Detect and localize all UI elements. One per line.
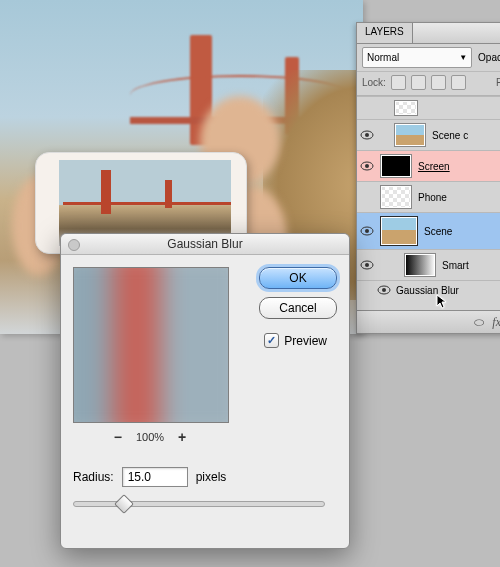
close-icon[interactable]	[68, 239, 80, 251]
svg-point-7	[365, 263, 369, 267]
layer-name: Screen	[418, 161, 450, 172]
lock-all-icon[interactable]	[451, 75, 466, 90]
dialog-title: Gaussian Blur	[167, 237, 242, 251]
fx-icon[interactable]: fx	[492, 315, 500, 330]
zoom-value: 100%	[136, 431, 164, 443]
lock-label: Lock:	[362, 77, 386, 88]
slider-knob[interactable]	[114, 494, 134, 514]
layer-name: Scene	[424, 226, 452, 237]
zoom-out-button[interactable]: −	[114, 429, 122, 445]
blend-mode-value: Normal	[367, 52, 399, 63]
lock-transparency-icon[interactable]	[391, 75, 406, 90]
chevron-down-icon: ▼	[459, 53, 467, 62]
layer-scene[interactable]: Scene	[357, 213, 500, 250]
filter-entry-gaussian-blur[interactable]: Gaussian Blur	[357, 281, 500, 301]
zoom-in-button[interactable]: +	[178, 429, 186, 445]
layer-name: Smart	[442, 260, 469, 271]
layers-tab[interactable]: LAYERS	[357, 23, 413, 43]
svg-point-1	[365, 133, 369, 137]
visibility-icon[interactable]	[377, 283, 391, 297]
radius-units: pixels	[196, 470, 227, 484]
dialog-titlebar[interactable]: Gaussian Blur	[61, 234, 349, 255]
radius-label: Radius:	[73, 470, 114, 484]
visibility-icon[interactable]	[360, 159, 374, 173]
fill-label: F	[496, 77, 500, 88]
lock-paint-icon[interactable]	[411, 75, 426, 90]
cancel-button[interactable]: Cancel	[259, 297, 337, 319]
visibility-icon[interactable]	[360, 258, 374, 272]
gaussian-blur-dialog[interactable]: Gaussian Blur − 100% + OK Cancel ✓ Previ…	[60, 233, 350, 549]
layer-name: Phone	[418, 192, 447, 203]
svg-point-3	[365, 164, 369, 168]
radius-slider[interactable]	[73, 493, 325, 511]
ok-button[interactable]: OK	[259, 267, 337, 289]
cursor-pointer-icon	[436, 294, 452, 310]
svg-point-5	[365, 229, 369, 233]
layer-screen[interactable]: Screen	[357, 151, 500, 182]
layer-name: Scene c	[432, 130, 468, 141]
preview-thumbnail[interactable]	[73, 267, 229, 423]
layers-panel-footer: ⬭ fx	[357, 310, 500, 333]
link-icon[interactable]: ⬭	[474, 315, 484, 329]
check-icon: ✓	[264, 333, 279, 348]
preview-checkbox[interactable]: ✓ Preview	[264, 333, 327, 348]
visibility-icon[interactable]	[360, 128, 374, 142]
opacity-label: Opac	[478, 52, 500, 63]
lock-move-icon[interactable]	[431, 75, 446, 90]
svg-point-9	[382, 288, 386, 292]
layer-smart-filters[interactable]: Smart	[357, 250, 500, 281]
visibility-icon[interactable]	[360, 224, 374, 238]
blend-mode-select[interactable]: Normal ▼	[362, 47, 472, 68]
preview-label: Preview	[284, 334, 327, 348]
layers-panel[interactable]: LAYERS Normal ▼ Opac Lock: F Scene c Scr…	[356, 22, 500, 334]
radius-input[interactable]	[122, 467, 188, 487]
layer-phone[interactable]: Phone	[357, 182, 500, 213]
layer-separator	[357, 96, 500, 120]
layer-scene-copy[interactable]: Scene c	[357, 120, 500, 151]
